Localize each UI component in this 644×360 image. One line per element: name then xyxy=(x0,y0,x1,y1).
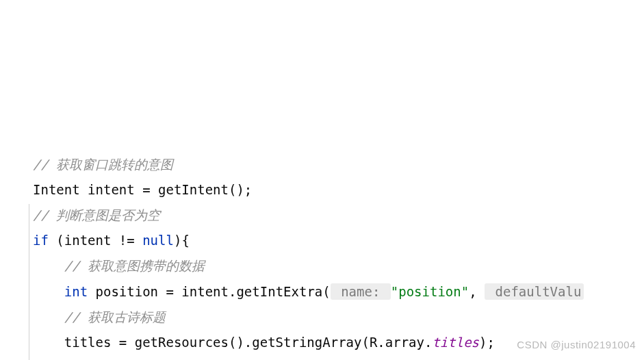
code-text: , xyxy=(469,284,485,299)
code-text: position = intent.getIntExtra( xyxy=(88,284,331,299)
code-comment: // 判断意图是否为空 xyxy=(33,207,160,222)
keyword-null: null xyxy=(142,233,174,248)
code-line: Intent intent = getIntent(); xyxy=(33,182,252,197)
indent-guide xyxy=(29,204,29,360)
type-int: int xyxy=(64,284,88,299)
code-comment: // 获取古诗标题 xyxy=(64,309,166,324)
code-text: (intent != xyxy=(49,233,142,248)
code-text: ){ xyxy=(174,233,190,248)
code-text: titles = getResources().getStringArray(R… xyxy=(64,335,433,350)
watermark-text: CSDN @justin02191004 xyxy=(517,335,636,355)
param-hint-name: name: xyxy=(331,283,391,300)
code-editor[interactable]: // 获取窗口跳转的意图 Intent intent = getIntent()… xyxy=(0,101,644,360)
string-literal: "position" xyxy=(391,284,469,299)
code-comment: // 获取意图携带的数据 xyxy=(64,258,205,273)
keyword-if: if xyxy=(33,233,49,248)
param-hint-default: defaultValu xyxy=(485,283,584,300)
code-comment: // 获取窗口跳转的意图 xyxy=(33,157,173,172)
field-titles: titles xyxy=(432,335,479,350)
code-text: ); xyxy=(479,335,495,350)
